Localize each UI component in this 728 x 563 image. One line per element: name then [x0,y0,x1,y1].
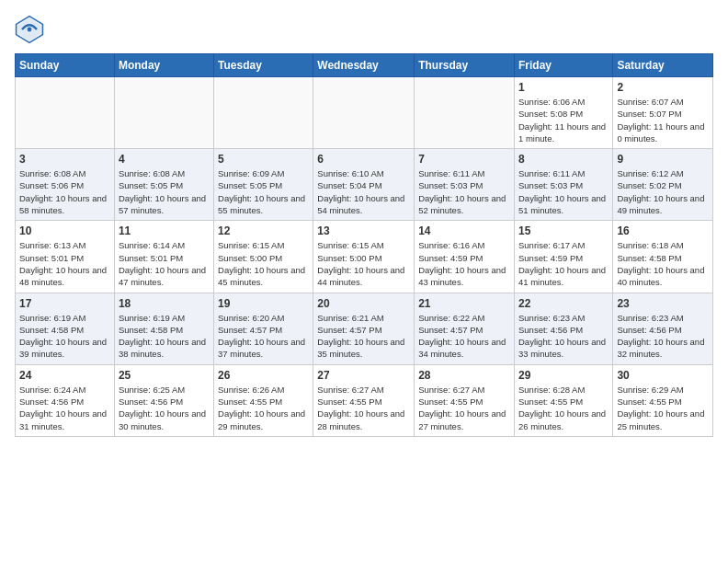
logo [15,15,50,44]
day-number: 17 [19,297,110,310]
day-number: 26 [218,369,309,382]
day-number: 25 [119,369,210,382]
day-info: Sunrise: 6:10 AM Sunset: 5:04 PM Dayligh… [317,167,410,216]
calendar-cell: 22Sunrise: 6:23 AM Sunset: 4:56 PM Dayli… [514,293,612,364]
day-info: Sunrise: 6:20 AM Sunset: 4:57 PM Dayligh… [218,312,309,361]
weekday-header-monday: Monday [114,54,213,77]
day-number: 27 [317,369,410,382]
calendar-cell: 8Sunrise: 6:11 AM Sunset: 5:03 PM Daylig… [514,149,612,221]
day-info: Sunrise: 6:24 AM Sunset: 4:56 PM Dayligh… [19,384,110,432]
day-info: Sunrise: 6:19 AM Sunset: 4:58 PM Dayligh… [19,312,110,361]
calendar-cell [16,77,115,149]
day-info: Sunrise: 6:28 AM Sunset: 4:55 PM Dayligh… [518,384,609,432]
header [15,15,713,44]
svg-point-2 [28,28,32,32]
day-info: Sunrise: 6:27 AM Sunset: 4:55 PM Dayligh… [418,384,510,432]
day-number: 13 [317,224,410,237]
day-info: Sunrise: 6:12 AM Sunset: 5:02 PM Dayligh… [617,167,709,216]
calendar-cell: 7Sunrise: 6:11 AM Sunset: 5:03 PM Daylig… [415,149,515,221]
calendar-cell: 4Sunrise: 6:08 AM Sunset: 5:05 PM Daylig… [114,149,213,221]
calendar-cell: 26Sunrise: 6:26 AM Sunset: 4:55 PM Dayli… [214,364,313,436]
day-number: 16 [617,224,709,237]
calendar-cell: 1Sunrise: 6:06 AM Sunset: 5:08 PM Daylig… [514,77,612,149]
day-info: Sunrise: 6:09 AM Sunset: 5:05 PM Dayligh… [218,167,309,216]
day-info: Sunrise: 6:15 AM Sunset: 5:00 PM Dayligh… [317,239,410,288]
day-number: 2 [617,81,709,94]
week-row-3: 17Sunrise: 6:19 AM Sunset: 4:58 PM Dayli… [16,293,713,364]
calendar-cell: 3Sunrise: 6:08 AM Sunset: 5:06 PM Daylig… [16,149,115,221]
calendar-cell: 24Sunrise: 6:24 AM Sunset: 4:56 PM Dayli… [16,364,115,436]
day-number: 30 [617,369,709,382]
day-number: 29 [518,369,609,382]
calendar-cell: 17Sunrise: 6:19 AM Sunset: 4:58 PM Dayli… [16,293,115,364]
day-info: Sunrise: 6:11 AM Sunset: 5:03 PM Dayligh… [518,167,609,216]
week-row-1: 3Sunrise: 6:08 AM Sunset: 5:06 PM Daylig… [16,149,713,221]
day-info: Sunrise: 6:13 AM Sunset: 5:01 PM Dayligh… [19,239,110,288]
calendar-cell: 5Sunrise: 6:09 AM Sunset: 5:05 PM Daylig… [214,149,313,221]
calendar-cell [114,77,213,149]
day-number: 15 [518,224,609,237]
day-info: Sunrise: 6:08 AM Sunset: 5:06 PM Dayligh… [19,167,110,216]
day-number: 11 [119,224,210,237]
day-number: 7 [418,153,510,166]
day-info: Sunrise: 6:25 AM Sunset: 4:56 PM Dayligh… [119,384,210,432]
day-number: 3 [19,153,110,166]
day-number: 22 [518,297,609,310]
calendar-cell: 11Sunrise: 6:14 AM Sunset: 5:01 PM Dayli… [114,221,213,293]
calendar-cell: 6Sunrise: 6:10 AM Sunset: 5:04 PM Daylig… [313,149,415,221]
calendar-cell: 12Sunrise: 6:15 AM Sunset: 5:00 PM Dayli… [214,221,313,293]
day-info: Sunrise: 6:15 AM Sunset: 5:00 PM Dayligh… [218,239,309,288]
calendar-cell: 29Sunrise: 6:28 AM Sunset: 4:55 PM Dayli… [514,364,612,436]
calendar-cell [214,77,313,149]
weekday-header-saturday: Saturday [613,54,713,77]
week-row-2: 10Sunrise: 6:13 AM Sunset: 5:01 PM Dayli… [16,221,713,293]
day-info: Sunrise: 6:26 AM Sunset: 4:55 PM Dayligh… [218,384,309,432]
calendar-cell: 25Sunrise: 6:25 AM Sunset: 4:56 PM Dayli… [114,364,213,436]
day-info: Sunrise: 6:23 AM Sunset: 4:56 PM Dayligh… [518,312,609,361]
day-info: Sunrise: 6:16 AM Sunset: 4:59 PM Dayligh… [418,239,510,288]
calendar-cell: 10Sunrise: 6:13 AM Sunset: 5:01 PM Dayli… [16,221,115,293]
calendar-cell: 20Sunrise: 6:21 AM Sunset: 4:57 PM Dayli… [313,293,415,364]
day-number: 6 [317,153,410,166]
day-info: Sunrise: 6:22 AM Sunset: 4:57 PM Dayligh… [418,312,510,361]
calendar-cell: 18Sunrise: 6:19 AM Sunset: 4:58 PM Dayli… [114,293,213,364]
day-info: Sunrise: 6:08 AM Sunset: 5:05 PM Dayligh… [119,167,210,216]
calendar-cell: 27Sunrise: 6:27 AM Sunset: 4:55 PM Dayli… [313,364,415,436]
weekday-header-tuesday: Tuesday [214,54,313,77]
calendar-cell: 9Sunrise: 6:12 AM Sunset: 5:02 PM Daylig… [613,149,713,221]
day-info: Sunrise: 6:11 AM Sunset: 5:03 PM Dayligh… [418,167,510,216]
day-number: 4 [119,153,210,166]
day-info: Sunrise: 6:27 AM Sunset: 4:55 PM Dayligh… [317,384,410,432]
calendar-cell: 2Sunrise: 6:07 AM Sunset: 5:07 PM Daylig… [613,77,713,149]
day-number: 12 [218,224,309,237]
calendar-cell: 28Sunrise: 6:27 AM Sunset: 4:55 PM Dayli… [415,364,515,436]
weekday-header-thursday: Thursday [415,54,515,77]
day-info: Sunrise: 6:19 AM Sunset: 4:58 PM Dayligh… [119,312,210,361]
weekday-header-wednesday: Wednesday [313,54,415,77]
week-row-0: 1Sunrise: 6:06 AM Sunset: 5:08 PM Daylig… [16,77,713,149]
calendar-cell: 23Sunrise: 6:23 AM Sunset: 4:56 PM Dayli… [613,293,713,364]
calendar-cell: 14Sunrise: 6:16 AM Sunset: 4:59 PM Dayli… [415,221,515,293]
calendar-cell: 13Sunrise: 6:15 AM Sunset: 5:00 PM Dayli… [313,221,415,293]
week-row-4: 24Sunrise: 6:24 AM Sunset: 4:56 PM Dayli… [16,364,713,436]
day-number: 14 [418,224,510,237]
day-info: Sunrise: 6:21 AM Sunset: 4:57 PM Dayligh… [317,312,410,361]
logo-icon [15,15,44,44]
day-number: 19 [218,297,309,310]
calendar-cell: 15Sunrise: 6:17 AM Sunset: 4:59 PM Dayli… [514,221,612,293]
page: SundayMondayTuesdayWednesdayThursdayFrid… [0,0,728,446]
day-info: Sunrise: 6:17 AM Sunset: 4:59 PM Dayligh… [518,239,609,288]
day-number: 23 [617,297,709,310]
day-number: 18 [119,297,210,310]
day-number: 10 [19,224,110,237]
day-number: 1 [518,81,609,94]
weekday-header-sunday: Sunday [16,54,115,77]
calendar-cell: 30Sunrise: 6:29 AM Sunset: 4:55 PM Dayli… [613,364,713,436]
calendar-cell: 16Sunrise: 6:18 AM Sunset: 4:58 PM Dayli… [613,221,713,293]
calendar-cell [313,77,415,149]
day-number: 28 [418,369,510,382]
calendar-cell: 21Sunrise: 6:22 AM Sunset: 4:57 PM Dayli… [415,293,515,364]
day-number: 20 [317,297,410,310]
calendar-cell [415,77,515,149]
day-number: 5 [218,153,309,166]
